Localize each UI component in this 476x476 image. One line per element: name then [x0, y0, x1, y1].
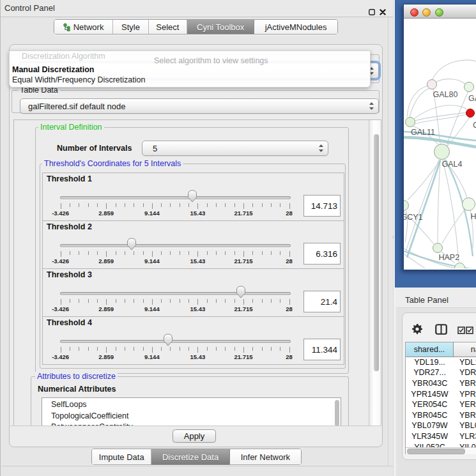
slider-minor-tick	[79, 251, 79, 255]
tab-label: jActiveMNodules	[265, 22, 327, 32]
tab-cyni-toolbox[interactable]: Cyni Toolbox	[187, 20, 254, 34]
slider-thumb[interactable]	[236, 286, 247, 298]
table-row[interactable]: YBL079WYBL07	[406, 420, 476, 431]
slider-minor-tick	[225, 299, 226, 303]
cell-shared-name[interactable]: YBL079W	[406, 420, 454, 431]
slider-track[interactable]	[60, 196, 291, 199]
tab-network[interactable]: Network	[54, 20, 113, 34]
popup-placeholder-item[interactable]: Select algorithm to view settings	[154, 56, 268, 65]
mode-tab-infer-network[interactable]: Infer Network	[230, 449, 301, 464]
table-scrollbar-thumb[interactable]	[407, 449, 465, 454]
cell-name[interactable]: YDR27	[454, 367, 476, 378]
cell-name[interactable]: YDL19	[454, 357, 476, 368]
table-columns-icon[interactable]	[435, 324, 447, 337]
network-canvas[interactable]: GAL80GACGAL11GAL4GCY1HHAP2	[404, 19, 476, 268]
slider-tick-label: 2.859	[98, 257, 114, 265]
tab-select[interactable]: Select	[149, 20, 187, 34]
slider-tick-label: 9.144	[144, 353, 160, 360]
network-node-gal4[interactable]	[434, 144, 450, 160]
cell-shared-name[interactable]: YBR043C	[406, 378, 454, 389]
popup-item-manual-discretization[interactable]: Manual Discretization	[12, 65, 95, 74]
cell-shared-name[interactable]: YBR045C	[406, 410, 454, 420]
cell-name[interactable]: YBL07	[454, 420, 476, 431]
cyni-toolbox-panel: Discretization Algorithm Table Data galF…	[9, 44, 383, 447]
network-node-h[interactable]	[462, 197, 475, 211]
slider-minor-tick	[143, 203, 144, 207]
cell-name[interactable]: YIL05	[454, 441, 476, 447]
slider-tick-label: -3.426	[52, 305, 69, 312]
zoom-traffic-light-icon[interactable]	[435, 8, 443, 17]
settings-vertical-scrollbar[interactable]	[369, 120, 381, 426]
table-row[interactable]: YLR345WYLR34	[406, 431, 476, 442]
numerical-attributes-list[interactable]: SelfLoopsTopologicalCoefficientBetweenne…	[42, 397, 341, 426]
column-header-shared-name[interactable]: shared...	[406, 342, 454, 357]
network-window-titlebar[interactable]	[404, 4, 476, 19]
table-data-select[interactable]: galFiltered.sif default node	[20, 98, 379, 114]
slider-minor-tick	[79, 203, 79, 207]
column-header-name[interactable]: name	[454, 342, 476, 357]
table-row[interactable]: YPR145WYPR14	[406, 388, 476, 399]
threshold-value-field[interactable]: 11.344	[303, 339, 341, 360]
settings-scrollbar-thumb[interactable]	[374, 134, 379, 371]
slider-thumb[interactable]	[162, 334, 173, 346]
table-row[interactable]: YBR045CYBR04	[406, 410, 476, 420]
slider-track[interactable]	[60, 292, 291, 295]
slider-minor-tick	[125, 347, 125, 351]
network-node-gal80[interactable]	[427, 79, 437, 89]
cell-shared-name[interactable]: YLR345W	[406, 431, 454, 442]
cell-shared-name[interactable]: YER054C	[406, 399, 454, 410]
network-icon	[63, 23, 71, 31]
list-scrollbar-thumb[interactable]	[335, 400, 339, 426]
minimize-traffic-light-icon[interactable]	[422, 8, 431, 17]
slider-thumb[interactable]	[126, 238, 137, 250]
apply-button[interactable]: Apply	[173, 429, 216, 443]
threshold-value-field[interactable]: 6.316	[303, 243, 341, 265]
cell-name[interactable]: YBR04	[454, 378, 476, 389]
network-node-label: GCY1	[404, 213, 423, 222]
tab-style[interactable]: Style	[113, 20, 149, 34]
table-row[interactable]: YER054CYER05	[406, 399, 476, 410]
network-node-ga[interactable]	[464, 82, 474, 92]
threshold-value: 11.344	[312, 344, 337, 354]
tab-jactivemnodules[interactable]: jActiveMNodules	[254, 20, 337, 34]
network-node-hap2[interactable]	[433, 243, 443, 253]
cell-shared-name[interactable]: YDR27...	[406, 367, 454, 378]
attribute-item[interactable]: TopologicalCoefficient	[42, 411, 341, 422]
mode-tab-impute-data[interactable]: Impute Data	[92, 449, 151, 464]
slider-minor-tick	[216, 203, 217, 207]
slider-tick-label: 21.715	[234, 353, 252, 360]
checked-box-icon[interactable]	[466, 325, 473, 337]
gear-icon[interactable]	[412, 324, 422, 337]
cell-shared-name[interactable]: YIL052C	[406, 441, 454, 447]
close-icon[interactable]	[380, 6, 386, 13]
table-horizontal-scrollbar[interactable]	[406, 447, 476, 454]
cell-shared-name[interactable]: YPR145W	[406, 388, 454, 399]
slider-thumb[interactable]	[187, 190, 198, 203]
slider-minor-tick	[216, 299, 217, 303]
checked-box-icon[interactable]	[457, 325, 465, 337]
threshold-value-field[interactable]: 21.4	[303, 291, 341, 312]
table-row[interactable]: YIL052CYIL05	[406, 441, 476, 447]
table-row[interactable]: YDL19...YDL19	[406, 357, 476, 368]
attribute-item[interactable]: SelfLoops	[42, 398, 341, 411]
close-traffic-light-icon[interactable]	[410, 8, 418, 17]
slider-minor-tick	[88, 347, 89, 351]
slider-major-tick	[106, 299, 107, 305]
cell-name[interactable]: YER05	[454, 399, 476, 410]
mode-tab-discretize-data[interactable]: Discretize Data	[151, 449, 229, 464]
threshold-value-field[interactable]: 14.713	[303, 195, 341, 217]
slider-track[interactable]	[60, 244, 291, 247]
cell-shared-name[interactable]: YDL19...	[406, 357, 454, 368]
slider-track[interactable]	[60, 340, 291, 343]
slider-tick-label: 15.43	[190, 305, 206, 312]
cell-name[interactable]: YBR04	[454, 410, 476, 420]
cell-name[interactable]: YPR14	[454, 388, 476, 399]
slider-minor-tick	[225, 251, 226, 255]
table-row[interactable]: YDR27...YDR27	[406, 367, 476, 378]
popup-item-equal-width[interactable]: Equal Width/Frequency Discretization	[12, 75, 145, 84]
cell-name[interactable]: YLR34	[454, 431, 476, 442]
network-node-gal11[interactable]	[405, 117, 415, 127]
number-of-intervals-select[interactable]: 5	[142, 141, 328, 156]
float-window-icon[interactable]	[369, 6, 375, 13]
table-row[interactable]: YBR043CYBR04	[406, 378, 476, 389]
